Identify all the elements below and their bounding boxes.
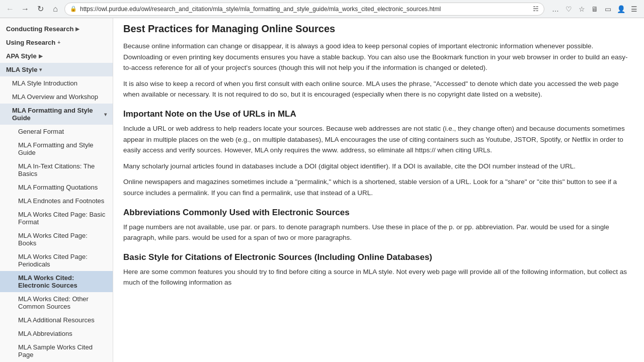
paragraph-1: Because online information can change or…	[123, 41, 634, 73]
sidebar-item-mla-works-cited-electronic[interactable]: MLA Works Cited: Electronic Sources	[0, 271, 113, 292]
sidebar-item-label: MLA Formatting Quotations	[18, 184, 98, 191]
reload-button[interactable]: ↻	[34, 3, 46, 15]
sidebar-item-label: General Format	[18, 128, 64, 135]
sidebar-item-label: MLA Works Cited: Other Common Sources	[18, 295, 107, 310]
sidebar-item-label: MLA Formatting and Style Guide	[12, 107, 102, 122]
profile-button[interactable]: 👤	[615, 3, 627, 15]
chevron-down-icon: ▾	[39, 67, 42, 72]
browser-chrome: ← → ↻ ⌂ 🔒 https://owl.purdue.edu/owl/res…	[0, 0, 644, 18]
sidebar-item-mla-additional-resources[interactable]: MLA Additional Resources	[0, 313, 113, 327]
back-button[interactable]: ←	[4, 3, 16, 15]
hamburger-button[interactable]: ☰	[628, 3, 640, 15]
sidebar-item-mla-formatting-quotations[interactable]: MLA Formatting Quotations	[0, 180, 113, 194]
chevron-down-icon: ▾	[104, 112, 107, 117]
address-bar[interactable]: 🔒 https://owl.purdue.edu/owl/research_an…	[64, 3, 544, 16]
sidebar-item-mla-works-cited-books[interactable]: MLA Works Cited Page: Books	[0, 229, 113, 250]
heading-basic-style: Basic Style for Citations of Electronic …	[123, 252, 634, 262]
extensions-button[interactable]: 🖥	[589, 3, 601, 15]
sidebar-item-label: MLA Sample Works Cited Page	[18, 343, 107, 358]
heading-urls: Important Note on the Use of URLs in MLA	[123, 109, 634, 119]
sidebar-item-mla-endnotes-footnotes[interactable]: MLA Endnotes and Footnotes	[0, 194, 113, 208]
chevron-right-icon: ▶	[75, 26, 79, 32]
home-button[interactable]: ⌂	[49, 3, 61, 15]
heading-abbreviations: Abbreviations Commonly Used with Electro…	[123, 208, 634, 218]
paragraph-7: Here are some common features you should…	[123, 266, 634, 288]
split-view-button[interactable]: ▭	[602, 3, 614, 15]
sidebar-item-label: MLA Works Cited: Electronic Sources	[18, 274, 107, 289]
menu-dots-button[interactable]: …	[549, 3, 561, 15]
sidebar-item-mla-formatting-style-guide-main[interactable]: MLA Formatting and Style Guide	[0, 138, 113, 159]
sidebar-item-mla-style-introduction[interactable]: MLA Style Introduction	[0, 76, 113, 90]
chevron-right-icon: ▶	[39, 53, 43, 59]
paragraph-3: Include a URL or web address to help rea…	[123, 123, 634, 156]
sidebar-item-label: APA Style	[6, 52, 37, 60]
bookmark-button[interactable]: ♡	[562, 3, 575, 15]
sidebar-item-mla-in-text-citations[interactable]: MLA In-Text Citations: The Basics	[0, 159, 113, 180]
sidebar-item-mla-sample-works-cited[interactable]: MLA Sample Works Cited Page	[0, 340, 113, 361]
paragraph-4: Many scholarly journal articles found in…	[123, 161, 634, 172]
paragraph-2: It is also wise to keep a record of when…	[123, 78, 634, 100]
browser-right-icons: … ♡ ☆ 🖥 ▭ 👤 ☰	[549, 3, 640, 15]
sidebar-item-mla-abbreviations[interactable]: MLA Abbreviations	[0, 327, 113, 340]
sidebar-item-mla-works-cited-periodicals[interactable]: MLA Works Cited Page: Periodicals	[0, 250, 113, 271]
plus-icon: +	[57, 40, 60, 45]
sidebar-item-mla-works-cited-basic[interactable]: MLA Works Cited Page: Basic Format	[0, 208, 113, 229]
main-heading: Best Practices for Managing Online Sourc…	[123, 23, 634, 35]
sidebar-item-label: MLA Works Cited Page: Books	[18, 232, 107, 247]
sidebar-item-label: Using Research	[6, 39, 55, 46]
reader-mode-icon: ☵	[533, 5, 539, 13]
sidebar-item-label: Conducting Research	[6, 25, 73, 33]
url-text: https://owl.purdue.edu/owl/research_and_…	[80, 6, 530, 13]
sidebar-item-label: MLA Endnotes and Footnotes	[18, 197, 104, 205]
sidebar-item-mla-works-cited-other[interactable]: MLA Works Cited: Other Common Sources	[0, 292, 113, 313]
sidebar-item-label: MLA In-Text Citations: The Basics	[18, 162, 107, 177]
forward-button[interactable]: →	[19, 3, 31, 15]
sidebar-item-mla-formatting-style-guide[interactable]: MLA Formatting and Style Guide ▾	[0, 104, 113, 125]
sidebar-item-general-format[interactable]: General Format	[0, 125, 113, 138]
lock-icon: 🔒	[70, 6, 77, 12]
sidebar-item-label: MLA Works Cited Page: Basic Format	[18, 211, 107, 226]
sidebar-item-apa-style[interactable]: APA Style ▶	[0, 49, 113, 63]
main-layout: Conducting Research ▶ Using Research + A…	[0, 18, 644, 362]
sidebar-item-label: MLA Formatting and Style Guide	[18, 141, 107, 156]
star-button[interactable]: ☆	[576, 3, 588, 15]
sidebar: Conducting Research ▶ Using Research + A…	[0, 18, 113, 362]
sidebar-item-mla-overview-workshop[interactable]: MLA Overview and Workshop	[0, 90, 113, 104]
sidebar-item-using-research[interactable]: Using Research +	[0, 36, 113, 49]
sidebar-item-label: MLA Overview and Workshop	[12, 93, 98, 101]
main-content: Best Practices for Managing Online Sourc…	[113, 18, 644, 362]
sidebar-item-label: MLA Style	[6, 66, 37, 73]
paragraph-6: If page numbers are not available, use p…	[123, 222, 634, 243]
sidebar-item-label: MLA Style Introduction	[12, 79, 77, 87]
sidebar-item-mla-style[interactable]: MLA Style ▾	[0, 63, 113, 76]
sidebar-item-conducting-research[interactable]: Conducting Research ▶	[0, 22, 113, 36]
sidebar-item-label: MLA Works Cited Page: Periodicals	[18, 253, 107, 268]
paragraph-5: Online newspapers and magazines sometime…	[123, 176, 634, 198]
sidebar-item-label: MLA Additional Resources	[18, 316, 95, 324]
sidebar-item-label: MLA Abbreviations	[18, 330, 72, 337]
